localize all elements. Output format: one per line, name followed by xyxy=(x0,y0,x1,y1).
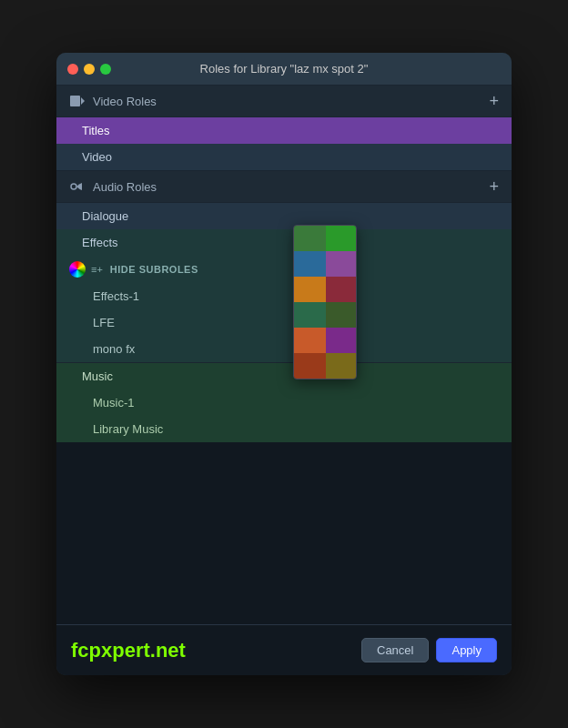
minimize-button[interactable] xyxy=(84,64,95,75)
traffic-lights xyxy=(67,64,111,75)
lfe-role-item[interactable]: LFE xyxy=(56,309,512,336)
close-button[interactable] xyxy=(67,64,78,75)
color-cell-10[interactable] xyxy=(326,328,357,353)
color-cell-3[interactable] xyxy=(294,251,326,277)
audio-roles-header: Audio Roles + xyxy=(56,171,512,202)
color-cell-12[interactable] xyxy=(326,353,357,379)
color-cell-4[interactable] xyxy=(326,251,357,277)
library-music-role-item[interactable]: Library Music xyxy=(56,416,512,442)
footer-buttons: Cancel Apply xyxy=(361,638,497,662)
color-cell-1[interactable] xyxy=(294,226,326,251)
color-grid-popup xyxy=(293,225,357,379)
color-cell-6[interactable] xyxy=(326,277,357,302)
dialogue-label: Dialogue xyxy=(82,209,128,223)
color-cell-7[interactable] xyxy=(294,302,326,328)
color-cell-2[interactable] xyxy=(326,226,357,251)
empty-content-area xyxy=(56,442,512,624)
apply-button[interactable]: Apply xyxy=(436,638,497,662)
window-title: Roles for Library "laz mx spot 2" xyxy=(200,62,369,76)
library-music-label: Library Music xyxy=(93,422,163,436)
main-window: Roles for Library "laz mx spot 2" Video … xyxy=(56,53,512,675)
effects-label: Effects xyxy=(82,236,118,249)
video-roles-header: Video Roles + xyxy=(56,86,512,116)
music-label: Music xyxy=(82,369,113,383)
color-cell-5[interactable] xyxy=(294,277,326,302)
lfe-label: LFE xyxy=(93,316,115,329)
music-1-label: Music-1 xyxy=(93,396,135,410)
mono-fx-label: mono fx xyxy=(93,342,135,356)
content-area: Video Roles + Titles Video Audio Roles + xyxy=(56,86,512,624)
mono-fx-role-item[interactable]: mono fx xyxy=(56,336,512,362)
video-role-item[interactable]: Video xyxy=(56,144,512,170)
color-cell-9[interactable] xyxy=(294,328,326,353)
audio-roles-label: Audio Roles xyxy=(93,180,489,194)
video-roles-label: Video Roles xyxy=(93,95,489,108)
effects-1-role-item[interactable]: Effects-1 xyxy=(56,283,512,309)
svg-rect-0 xyxy=(70,96,80,106)
watermark-text: fcpxpert.net xyxy=(71,639,186,662)
svg-point-2 xyxy=(71,184,76,189)
music-1-role-item[interactable]: Music-1 xyxy=(56,389,512,416)
titles-role-item[interactable]: Titles xyxy=(56,117,512,144)
footer: fcpxpert.net Cancel Apply xyxy=(56,624,512,675)
color-cell-11[interactable] xyxy=(294,353,326,379)
titlebar: Roles for Library "laz mx spot 2" xyxy=(56,53,512,86)
cancel-button[interactable]: Cancel xyxy=(361,638,429,662)
color-grid xyxy=(294,226,356,379)
assign-subrole-icon[interactable]: ≡+ xyxy=(91,264,103,275)
video-roles-icon xyxy=(69,93,86,109)
subroles-bar: ≡+ HIDE SUBROLES xyxy=(56,256,512,283)
color-cell-8[interactable] xyxy=(326,302,357,328)
svg-marker-1 xyxy=(81,97,85,105)
video-roles-add-button[interactable]: + xyxy=(489,93,499,109)
hide-subroles-button[interactable]: HIDE SUBROLES xyxy=(110,264,198,275)
effects-role-item[interactable]: Effects xyxy=(56,229,512,256)
effects-container: Effects ≡+ HIDE SUBROLES Effects-1 LFE m… xyxy=(56,229,512,362)
video-label: Video xyxy=(82,150,112,164)
maximize-button[interactable] xyxy=(100,64,111,75)
audio-roles-add-button[interactable]: + xyxy=(489,178,499,195)
effects-1-label: Effects-1 xyxy=(93,289,139,303)
titles-label: Titles xyxy=(82,124,110,137)
color-wheel-icon[interactable] xyxy=(69,261,86,278)
dialogue-role-item[interactable]: Dialogue xyxy=(56,203,512,229)
music-role-item[interactable]: Music xyxy=(56,363,512,389)
audio-roles-icon xyxy=(69,178,86,195)
